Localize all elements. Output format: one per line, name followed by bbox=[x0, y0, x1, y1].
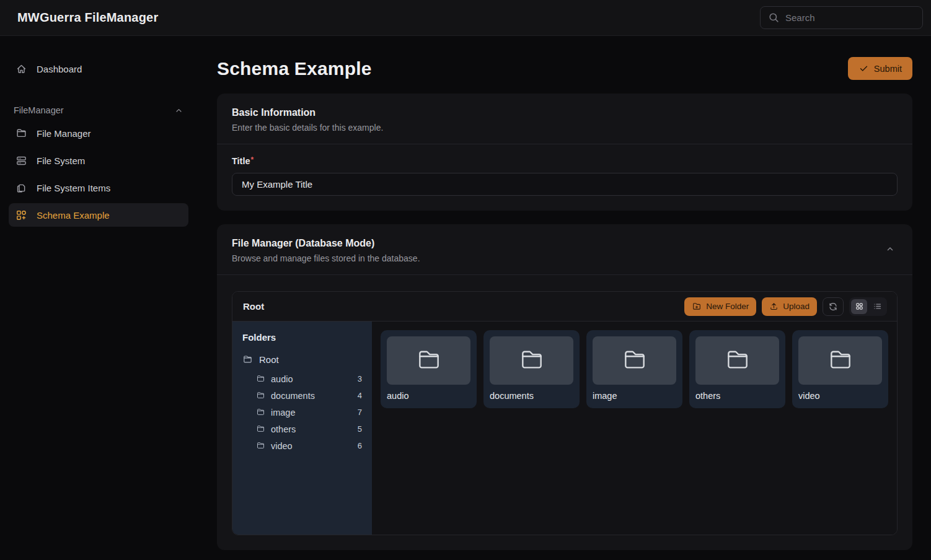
page-title: Schema Example bbox=[217, 58, 372, 79]
sidebar-item-label: Dashboard bbox=[37, 64, 82, 74]
sidebar-item-label: File System Items bbox=[37, 183, 110, 193]
folder-card-audio[interactable]: audio bbox=[381, 330, 477, 408]
refresh-icon bbox=[828, 302, 838, 312]
sidebar-section-filemanager[interactable]: FileManager bbox=[9, 105, 188, 115]
item-count: 4 bbox=[358, 391, 362, 400]
folder-plus-icon bbox=[692, 302, 702, 312]
tree-item-image[interactable]: image 7 bbox=[256, 404, 362, 421]
item-count: 6 bbox=[358, 441, 362, 450]
card-subtitle: Enter the basic details for this example… bbox=[232, 123, 383, 133]
submit-button[interactable]: Submit bbox=[848, 57, 912, 80]
sidebar-item-label: Schema Example bbox=[37, 210, 110, 221]
list-view-button[interactable] bbox=[869, 299, 885, 314]
folder-card-documents[interactable]: documents bbox=[483, 330, 580, 408]
folder-icon bbox=[415, 347, 443, 374]
search-box bbox=[760, 6, 923, 29]
folder-icon bbox=[724, 347, 751, 374]
breadcrumb[interactable]: Root bbox=[243, 301, 264, 312]
title-field-label: Title* bbox=[232, 156, 254, 166]
tree-item-documents[interactable]: documents 4 bbox=[256, 387, 362, 404]
upload-icon bbox=[769, 302, 779, 311]
tree-item-video[interactable]: video 6 bbox=[256, 437, 362, 454]
grid-icon bbox=[855, 302, 864, 311]
folder-thumbnail bbox=[490, 336, 573, 385]
main-content: Schema Example Submit Basic Information … bbox=[197, 36, 931, 560]
item-count: 7 bbox=[358, 408, 362, 417]
folder-thumbnail bbox=[798, 336, 882, 385]
basic-information-card: Basic Information Enter the basic detail… bbox=[217, 94, 912, 211]
item-count: 5 bbox=[358, 424, 362, 434]
title-input[interactable] bbox=[232, 173, 898, 196]
folder-name: image bbox=[593, 391, 676, 401]
folder-thumbnail bbox=[387, 336, 470, 385]
upload-button[interactable]: Upload bbox=[762, 297, 817, 316]
item-count: 3 bbox=[358, 374, 362, 383]
folder-icon bbox=[256, 424, 265, 434]
folder-icon bbox=[15, 128, 27, 139]
folder-card-video[interactable]: video bbox=[792, 330, 888, 408]
folder-thumbnail bbox=[695, 336, 779, 385]
folder-card-image[interactable]: image bbox=[586, 330, 682, 408]
folder-icon bbox=[827, 347, 854, 374]
card-title: Basic Information bbox=[232, 107, 383, 118]
search-input[interactable] bbox=[785, 12, 915, 23]
folder-icon bbox=[256, 441, 265, 450]
sidebar-item-file-system-items[interactable]: File System Items bbox=[9, 176, 188, 199]
file-manager-toolbar: Root New Folder Upload bbox=[232, 292, 897, 322]
list-icon bbox=[873, 302, 882, 311]
folder-icon bbox=[256, 408, 265, 417]
new-folder-button[interactable]: New Folder bbox=[684, 297, 756, 316]
grid-view-button[interactable] bbox=[851, 299, 867, 314]
view-toggle-group bbox=[849, 297, 887, 316]
tree-item-others[interactable]: others 5 bbox=[256, 421, 362, 437]
folder-name: audio bbox=[387, 391, 470, 401]
folder-name: video bbox=[798, 391, 882, 401]
server-icon bbox=[15, 155, 27, 167]
app-window: MWGuerra FileManager Dashboard FileManag… bbox=[0, 0, 931, 560]
required-marker: * bbox=[251, 155, 254, 164]
folder-icon bbox=[242, 354, 253, 365]
home-icon bbox=[15, 63, 27, 75]
sidebar-item-dashboard[interactable]: Dashboard bbox=[9, 57, 188, 81]
topbar: MWGuerra FileManager bbox=[0, 0, 931, 36]
sidebar-item-label: File System bbox=[37, 155, 85, 166]
folder-icon bbox=[518, 347, 545, 374]
sidebar-item-schema-example[interactable]: Schema Example bbox=[9, 203, 188, 227]
section-label: FileManager bbox=[14, 105, 64, 115]
check-icon bbox=[858, 63, 869, 74]
card-title: File Manager (Database Mode) bbox=[232, 238, 420, 249]
refresh-button[interactable] bbox=[823, 297, 844, 316]
folder-icon bbox=[256, 391, 265, 400]
folders-panel: Folders Root audio 3 bbox=[232, 322, 372, 535]
sidebar-item-file-manager[interactable]: File Manager bbox=[9, 121, 188, 145]
tree-item-root[interactable]: Root bbox=[242, 352, 362, 367]
app-title: MWGuerra FileManager bbox=[17, 11, 158, 25]
chevron-up-icon bbox=[174, 106, 183, 115]
collapse-card-button[interactable] bbox=[883, 242, 898, 256]
tree-item-audio[interactable]: audio 3 bbox=[256, 370, 362, 387]
folder-thumbnail bbox=[593, 336, 676, 385]
file-manager-widget: Root New Folder Upload bbox=[232, 291, 898, 535]
folder-card-others[interactable]: others bbox=[689, 330, 785, 408]
search-icon bbox=[768, 12, 780, 24]
sidebar: Dashboard FileManager File Manager File … bbox=[0, 36, 197, 560]
folder-icon bbox=[256, 374, 265, 383]
file-manager-card: File Manager (Database Mode) Browse and … bbox=[217, 224, 912, 550]
folder-name: documents bbox=[490, 391, 573, 401]
card-subtitle: Browse and manage files stored in the da… bbox=[232, 253, 420, 263]
pages-icon bbox=[15, 182, 27, 194]
folder-icon bbox=[621, 347, 648, 374]
sidebar-item-file-system[interactable]: File System bbox=[9, 149, 188, 172]
grid-plus-icon bbox=[15, 209, 27, 221]
chevron-up-icon bbox=[885, 244, 895, 254]
files-area: audio documents image bbox=[372, 322, 897, 535]
folders-heading: Folders bbox=[242, 332, 362, 343]
sidebar-item-label: File Manager bbox=[37, 128, 91, 139]
folder-name: others bbox=[695, 391, 779, 401]
